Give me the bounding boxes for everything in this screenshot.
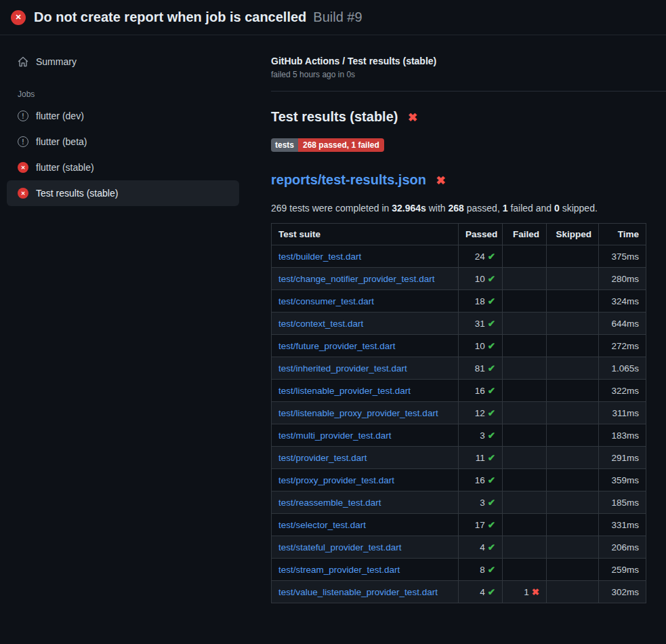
failed-cell bbox=[503, 514, 547, 536]
suite-link[interactable]: test/listenable_proxy_provider_test.dart bbox=[278, 408, 438, 418]
table-row: test/consumer_test.dart18✔324ms bbox=[272, 290, 646, 313]
failed-cell bbox=[503, 447, 547, 469]
suite-link[interactable]: test/consumer_test.dart bbox=[278, 296, 374, 306]
page-layout: Summary Jobs !flutter (dev)!flutter (bet… bbox=[0, 35, 666, 624]
job-label: flutter (beta) bbox=[36, 136, 87, 147]
build-header: ✕ Do not create report when job is cance… bbox=[0, 0, 666, 35]
time-cell: 324ms bbox=[599, 290, 646, 313]
passed-cell: 3✔ bbox=[459, 491, 503, 514]
table-row: test/multi_provider_test.dart3✔183ms bbox=[272, 424, 646, 447]
suite-cell: test/reassemble_test.dart bbox=[272, 491, 459, 514]
time-cell: 331ms bbox=[599, 514, 646, 536]
suite-link[interactable]: test/value_listenable_provider_test.dart bbox=[278, 587, 438, 597]
suite-link[interactable]: test/selector_test.dart bbox=[278, 520, 366, 530]
suite-link[interactable]: test/context_test.dart bbox=[278, 319, 363, 329]
time-cell: 1.065s bbox=[599, 357, 646, 380]
failed-cell bbox=[503, 424, 547, 447]
failed-cell bbox=[503, 268, 547, 290]
build-failed-icon: ✕ bbox=[11, 10, 26, 25]
table-row: test/future_provider_test.dart10✔272ms bbox=[272, 335, 646, 357]
time-cell: 280ms bbox=[599, 268, 646, 290]
section-title-text: Test results (stable) bbox=[271, 109, 398, 124]
check-icon: ✔ bbox=[488, 386, 495, 396]
suite-cell: test/provider_test.dart bbox=[272, 447, 459, 469]
table-row: test/reassemble_test.dart3✔185ms bbox=[272, 491, 646, 514]
sidebar-job-item[interactable]: ✕Test results (stable) bbox=[7, 180, 239, 206]
tests-badge: tests 268 passed, 1 failed bbox=[271, 138, 384, 152]
skipped-cell bbox=[547, 402, 599, 424]
check-icon: ✔ bbox=[488, 430, 495, 441]
suite-link[interactable]: test/proxy_provider_test.dart bbox=[278, 475, 394, 485]
build-number: Build #9 bbox=[313, 9, 362, 25]
summary-line: 269 tests were completed in 32.964s with… bbox=[271, 203, 644, 214]
suite-link[interactable]: test/future_provider_test.dart bbox=[278, 341, 396, 351]
sidebar-job-item[interactable]: ✕flutter (stable) bbox=[7, 155, 239, 180]
table-row: test/context_test.dart31✔644ms bbox=[272, 313, 646, 335]
check-icon: ✔ bbox=[488, 363, 495, 374]
summary-label: Summary bbox=[36, 56, 77, 67]
breadcrumb: GitHub Actions / Test results (stable) bbox=[271, 56, 666, 66]
report-file-heading: reports/test-results.json ✖ bbox=[271, 172, 644, 188]
suite-link[interactable]: test/stateful_provider_test.dart bbox=[278, 542, 402, 552]
table-header-row: Test suite Passed Failed Skipped Time bbox=[272, 224, 646, 245]
table-row: test/listenable_proxy_provider_test.dart… bbox=[272, 402, 646, 424]
check-icon: ✔ bbox=[488, 475, 495, 485]
suite-cell: test/builder_test.dart bbox=[272, 245, 459, 268]
summary-text: 269 tests were completed in bbox=[271, 203, 392, 214]
sidebar-job-item[interactable]: !flutter (dev) bbox=[7, 103, 239, 129]
check-icon: ✔ bbox=[488, 565, 495, 575]
failed-x-icon: ✖ bbox=[408, 111, 417, 124]
suite-cell: test/future_provider_test.dart bbox=[272, 335, 459, 357]
suite-cell: test/change_notifier_provider_test.dart bbox=[272, 268, 459, 290]
suite-cell: test/stream_provider_test.dart bbox=[272, 559, 459, 581]
table-row: test/stateful_provider_test.dart4✔206ms bbox=[272, 536, 646, 559]
sidebar-job-item[interactable]: !flutter (beta) bbox=[7, 129, 239, 155]
col-header-failed: Failed bbox=[503, 224, 547, 245]
suite-cell: test/context_test.dart bbox=[272, 313, 459, 335]
suite-link[interactable]: test/change_notifier_provider_test.dart bbox=[278, 274, 434, 284]
failed-cell bbox=[503, 402, 547, 424]
passed-cell: 17✔ bbox=[459, 514, 503, 536]
table-row: test/listenable_provider_test.dart16✔322… bbox=[272, 380, 646, 402]
time-cell: 311ms bbox=[599, 402, 646, 424]
skipped-cell bbox=[547, 536, 599, 559]
failed-cell bbox=[503, 245, 547, 268]
table-row: test/value_listenable_provider_test.dart… bbox=[272, 581, 646, 603]
time-cell: 291ms bbox=[599, 447, 646, 469]
suite-link[interactable]: test/inherited_provider_test.dart bbox=[278, 363, 407, 374]
suite-link[interactable]: test/provider_test.dart bbox=[278, 453, 367, 463]
suite-cell: test/value_listenable_provider_test.dart bbox=[272, 581, 459, 603]
passed-cell: 11✔ bbox=[459, 447, 503, 469]
table-row: test/change_notifier_provider_test.dart1… bbox=[272, 268, 646, 290]
failed-cell bbox=[503, 536, 547, 559]
suite-link[interactable]: test/multi_provider_test.dart bbox=[278, 430, 392, 441]
page-title: Do not create report when job is cancell… bbox=[34, 9, 306, 25]
job-label: Test results (stable) bbox=[36, 188, 118, 199]
suite-link[interactable]: test/stream_provider_test.dart bbox=[278, 565, 400, 575]
time-cell: 359ms bbox=[599, 469, 646, 491]
failed-cell bbox=[503, 357, 547, 380]
sidebar: Summary Jobs !flutter (dev)!flutter (bet… bbox=[0, 35, 247, 220]
sidebar-item-summary[interactable]: Summary bbox=[7, 49, 239, 75]
skipped-cell bbox=[547, 335, 599, 357]
suite-cell: test/inherited_provider_test.dart bbox=[272, 357, 459, 380]
check-icon: ✔ bbox=[488, 251, 495, 262]
passed-cell: 24✔ bbox=[459, 245, 503, 268]
skipped-cell bbox=[547, 559, 599, 581]
check-icon: ✔ bbox=[488, 319, 495, 329]
badge-label: tests bbox=[271, 138, 298, 152]
suite-link[interactable]: test/reassemble_test.dart bbox=[278, 498, 381, 508]
report-file-link[interactable]: reports/test-results.json bbox=[271, 172, 426, 187]
skipped-cell bbox=[547, 357, 599, 380]
skipped-cell bbox=[547, 581, 599, 603]
failed-status-icon: ✕ bbox=[18, 162, 28, 173]
suite-link[interactable]: test/listenable_provider_test.dart bbox=[278, 386, 411, 396]
time-cell: 183ms bbox=[599, 424, 646, 447]
table-row: test/inherited_provider_test.dart81✔1.06… bbox=[272, 357, 646, 380]
skipped-cell bbox=[547, 469, 599, 491]
suite-link[interactable]: test/builder_test.dart bbox=[278, 251, 361, 262]
skipped-cell bbox=[547, 245, 599, 268]
passed-cell: 16✔ bbox=[459, 469, 503, 491]
failed-status-icon: ✕ bbox=[18, 188, 28, 199]
passed-cell: 16✔ bbox=[459, 380, 503, 402]
